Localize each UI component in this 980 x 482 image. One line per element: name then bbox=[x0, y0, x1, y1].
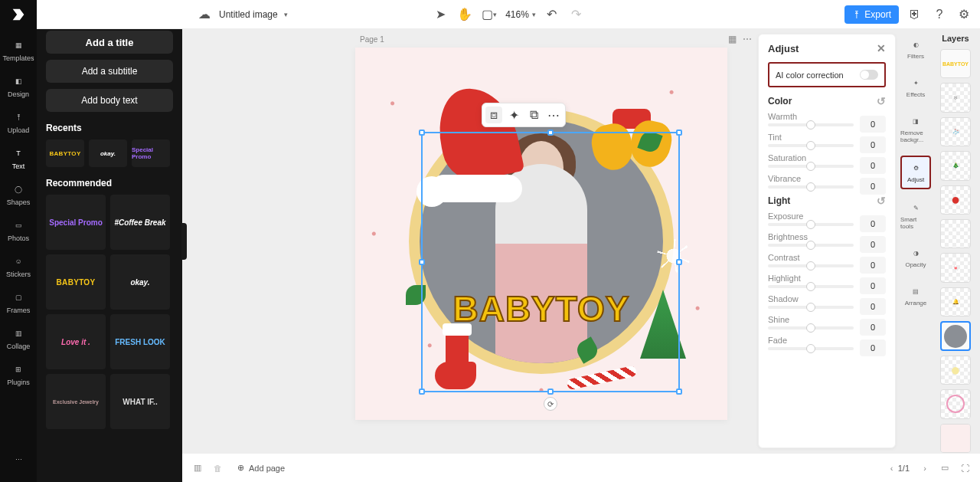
layer-thumb-selected[interactable] bbox=[940, 321, 971, 351]
slider-track[interactable] bbox=[768, 347, 854, 350]
slider-value[interactable]: 0 bbox=[860, 136, 886, 153]
cursor-tool[interactable]: ➤ bbox=[432, 6, 449, 23]
reco-thumb[interactable]: #Coffee Break bbox=[110, 195, 170, 250]
layer-thumb[interactable] bbox=[940, 424, 971, 453]
rail-design[interactable]: ◧Design bbox=[0, 68, 37, 104]
slider-value[interactable]: 0 bbox=[860, 339, 886, 356]
slider-knob[interactable] bbox=[806, 141, 815, 150]
slider-track[interactable] bbox=[768, 326, 854, 330]
close-icon[interactable]: ✕ bbox=[877, 42, 886, 54]
layer-thumb[interactable]: 🍬 bbox=[940, 253, 971, 282]
slider-knob[interactable] bbox=[806, 162, 815, 171]
ai-color-row[interactable]: AI color correction bbox=[768, 62, 886, 87]
slider-track[interactable] bbox=[768, 306, 854, 309]
rail-shapes[interactable]: ◯Shapes bbox=[0, 176, 37, 212]
layer-thumb[interactable]: 🎄 bbox=[940, 151, 971, 180]
export-button[interactable]: ⭱Export bbox=[844, 5, 899, 24]
slider-track[interactable] bbox=[768, 264, 854, 267]
slider-track[interactable] bbox=[768, 123, 854, 126]
gear-icon[interactable]: ⚙ bbox=[956, 6, 972, 23]
tool-removebg[interactable]: ◨Remove backgr... bbox=[900, 110, 931, 148]
slider-value[interactable]: 0 bbox=[860, 298, 886, 315]
help-icon[interactable]: ? bbox=[931, 6, 948, 23]
recent-thumb[interactable]: Special Promo bbox=[132, 139, 170, 167]
undo-button[interactable]: ↶ bbox=[544, 6, 560, 23]
cloud-icon[interactable]: ☁ bbox=[196, 6, 213, 23]
layer-thumb[interactable] bbox=[940, 219, 971, 248]
slider-value[interactable]: 0 bbox=[860, 236, 886, 253]
add-title-button[interactable]: Add a title bbox=[46, 31, 173, 54]
layer-thumb[interactable] bbox=[940, 389, 971, 418]
rail-plugins[interactable]: ⊞Plugins bbox=[0, 356, 37, 392]
reco-thumb[interactable]: FRESH LOOK bbox=[110, 314, 170, 369]
layer-thumb[interactable]: ● bbox=[940, 356, 971, 385]
slider-track[interactable] bbox=[768, 285, 854, 288]
layer-thumb[interactable]: 🧦 bbox=[940, 117, 971, 146]
layer-thumb[interactable]: ● bbox=[940, 185, 971, 215]
layer-thumb[interactable]: ❄ bbox=[940, 83, 971, 112]
rail-text[interactable]: TText bbox=[0, 140, 37, 176]
reco-thumb[interactable]: Special Promo bbox=[46, 195, 106, 250]
prev-page[interactable]: ‹ bbox=[886, 462, 898, 474]
slider-knob[interactable] bbox=[806, 323, 815, 333]
tool-adjust[interactable]: ⚙Adjust bbox=[900, 156, 931, 189]
slider-value[interactable]: 0 bbox=[860, 116, 886, 133]
more-icon[interactable]: ⋯ bbox=[743, 34, 752, 44]
tool-opacity[interactable]: ◑Opacity bbox=[900, 242, 931, 273]
slider-knob[interactable] bbox=[806, 182, 815, 192]
reset-icon[interactable]: ↺ bbox=[877, 95, 886, 107]
rail-photos[interactable]: ▭Photos bbox=[0, 212, 37, 248]
slider-value[interactable]: 0 bbox=[860, 215, 886, 232]
slider-knob[interactable] bbox=[806, 120, 815, 130]
reco-thumb[interactable]: Love it . bbox=[46, 314, 106, 369]
recent-thumb[interactable]: okay. bbox=[89, 139, 127, 167]
tool-arrange[interactable]: ▤Arrange bbox=[900, 280, 931, 311]
present-icon[interactable]: ▭ bbox=[939, 462, 951, 474]
slider-value[interactable]: 0 bbox=[860, 257, 886, 274]
layer-thumb[interactable]: BABYTOY bbox=[940, 49, 971, 78]
art-text[interactable]: BABYTOY bbox=[452, 288, 629, 330]
shield-icon[interactable]: ⛨ bbox=[906, 6, 923, 23]
reco-thumb[interactable]: okay. bbox=[110, 254, 170, 310]
rail-stickers[interactable]: ☺Stickers bbox=[0, 248, 37, 284]
add-body-button[interactable]: Add body text bbox=[46, 89, 173, 112]
panel-collapse-handle[interactable] bbox=[181, 223, 187, 260]
slider-track[interactable] bbox=[768, 185, 854, 189]
rail-frames[interactable]: ▢Frames bbox=[0, 284, 37, 320]
more-icon[interactable]: ⋯ bbox=[545, 107, 562, 123]
slider-track[interactable] bbox=[768, 144, 854, 147]
slider-value[interactable]: 0 bbox=[860, 319, 886, 336]
rail-collage[interactable]: ▥Collage bbox=[0, 320, 37, 356]
rail-upload[interactable]: ⭱Upload bbox=[0, 104, 37, 140]
slider-knob[interactable] bbox=[806, 261, 815, 271]
slider-value[interactable]: 0 bbox=[860, 157, 886, 174]
recent-thumb[interactable]: BABYTOY bbox=[46, 139, 84, 167]
slider-knob[interactable] bbox=[806, 220, 815, 229]
crop-tool[interactable]: ▢▾ bbox=[481, 6, 498, 23]
ai-toggle[interactable] bbox=[860, 70, 878, 80]
slider-knob[interactable] bbox=[806, 241, 815, 250]
fullscreen-icon[interactable]: ⛶ bbox=[959, 462, 971, 474]
trash-icon[interactable]: 🗑 bbox=[211, 462, 224, 474]
redo-button[interactable]: ↷ bbox=[568, 6, 585, 23]
rail-templates[interactable]: ▦Templates bbox=[0, 32, 37, 68]
crop-icon[interactable]: ⧈ bbox=[485, 107, 502, 123]
hand-tool[interactable]: ✋ bbox=[456, 6, 473, 23]
slider-value[interactable]: 0 bbox=[860, 178, 886, 195]
reset-icon[interactable]: ↺ bbox=[877, 195, 886, 207]
tool-effects[interactable]: ✦Effects bbox=[900, 72, 931, 103]
page-list-icon[interactable]: ▥ bbox=[191, 462, 204, 474]
app-logo[interactable] bbox=[10, 6, 27, 23]
reco-thumb[interactable]: BABYTOY bbox=[46, 254, 106, 310]
reco-thumb[interactable]: Exclusive Jewelry bbox=[46, 374, 106, 429]
slider-knob[interactable] bbox=[806, 282, 815, 291]
magic-icon[interactable]: ✦ bbox=[505, 107, 522, 123]
reco-thumb[interactable]: WHAT IF.. bbox=[110, 374, 170, 429]
slider-track[interactable] bbox=[768, 223, 854, 226]
slider-track[interactable] bbox=[768, 244, 854, 247]
zoom-control[interactable]: 416%▾ bbox=[505, 9, 536, 20]
next-page[interactable]: › bbox=[919, 462, 931, 474]
add-subtitle-button[interactable]: Add a subtitle bbox=[46, 60, 173, 83]
tool-smart[interactable]: ✎Smart tools bbox=[900, 197, 931, 234]
tool-filters[interactable]: ◐Filters bbox=[900, 34, 931, 64]
